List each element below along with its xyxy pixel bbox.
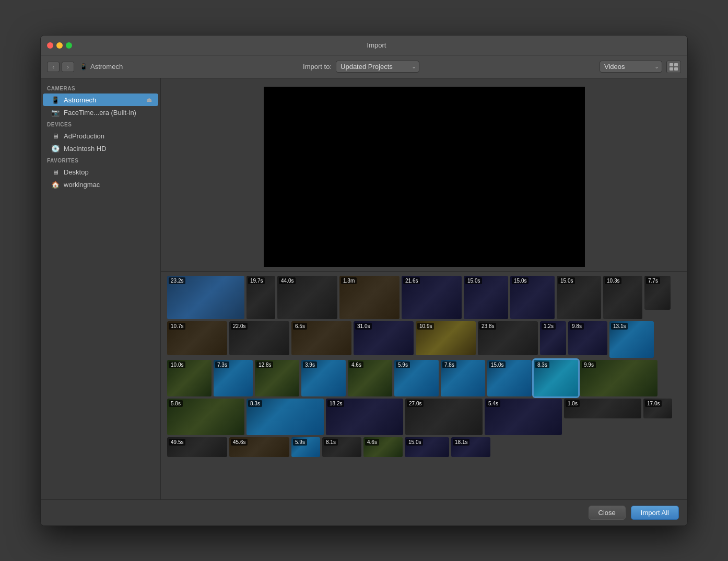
thumbnail-item[interactable]: 4.6s (348, 360, 392, 396)
thumbnail-item[interactable]: 9.8s (568, 321, 607, 355)
camera-icon: 📷 (51, 108, 60, 116)
sidebar-item-macintoshhd[interactable]: 💽 Macintosh HD (43, 142, 158, 155)
drive-icon: 🖥 (51, 132, 60, 140)
sidebar-item-label: Desktop (64, 168, 89, 176)
thumbnail-item[interactable]: 21.6s (402, 276, 462, 319)
thumbnail-item[interactable]: 10.7s (167, 321, 227, 355)
thumbnail-item[interactable]: 7.3s (214, 360, 253, 396)
thumbnail-duration: 7.8s (442, 361, 456, 368)
thumbnail-item[interactable]: 49.5s (167, 437, 227, 457)
thumbnail-duration: 49.5s (169, 439, 185, 446)
sidebar-item-facetime[interactable]: 📷 FaceTime...era (Built-in) (43, 106, 158, 119)
close-button[interactable]: Close (589, 506, 626, 520)
thumbnail-item[interactable]: 31.0s (354, 321, 414, 355)
minimize-button[interactable] (56, 42, 63, 49)
thumbnail-duration: 15.0s (489, 361, 506, 368)
thumbnail-item[interactable]: 8.3s (246, 399, 324, 435)
thumbnail-duration: 9.8s (570, 323, 584, 330)
thumbnail-duration: 15.0s (558, 277, 575, 284)
thumbnail-duration: 18.1s (453, 439, 469, 446)
svg-rect-0 (670, 63, 673, 66)
thumbnail-item[interactable]: 10.3s (603, 276, 642, 319)
grid-view-button[interactable] (666, 61, 681, 73)
thumbnail-item[interactable]: 8.1s (322, 437, 361, 457)
sidebar-item-label: AdProduction (64, 132, 104, 140)
thumbnail-item[interactable]: 13.1s (609, 321, 654, 358)
thumbnail-item[interactable]: 1.2s (540, 321, 566, 355)
thumbnail-item[interactable]: 7.7s (644, 276, 671, 310)
thumbnail-item[interactable]: 12.8s (255, 360, 299, 396)
thumbnail-item[interactable]: 9.9s (580, 360, 657, 396)
thumbnail-item[interactable]: 15.0s (464, 276, 508, 319)
svg-rect-2 (670, 67, 673, 71)
thumbnail-duration: 17.0s (645, 400, 662, 407)
thumbnail-item[interactable]: 6.5s (291, 321, 351, 355)
thumbnail-item[interactable]: 45.6s (229, 437, 289, 457)
thumbnails-area[interactable]: 23.2s19.7s44.0s1.3m21.6s15.0s15.0s15.0s1… (161, 271, 687, 499)
thumbnail-duration: 7.7s (646, 277, 660, 284)
thumbnail-item[interactable]: 10.9s (416, 321, 476, 355)
thumbnail-item[interactable]: 23.8s (478, 321, 538, 355)
thumbnail-item[interactable]: 19.7s (246, 276, 275, 319)
forward-button[interactable]: › (62, 62, 74, 72)
thumbnail-item[interactable]: 27.0s (405, 399, 483, 435)
phone-icon: 📱 (51, 96, 60, 104)
thumbnail-item[interactable]: 7.8s (441, 360, 485, 396)
thumbnail-item[interactable]: 1.3m (339, 276, 400, 319)
thumbnail-item[interactable]: 5.4s (485, 399, 562, 435)
titlebar: Import (41, 36, 687, 55)
thumbnail-item[interactable]: 18.2s (326, 399, 403, 435)
thumbnail-item[interactable]: 15.0s (487, 360, 532, 396)
thumbnail-item[interactable]: 5.8s (167, 399, 244, 435)
home-icon: 🏠 (51, 180, 60, 189)
sidebar-item-workingmac[interactable]: 🏠 workingmac (43, 178, 158, 191)
thumbnail-item[interactable]: 5.9s (291, 437, 320, 457)
thumbnail-duration: 1.3m (341, 277, 357, 284)
eject-icon[interactable]: ⏏ (146, 96, 152, 103)
sidebar-item-label: Astromech (64, 96, 96, 104)
sidebar-item-label: Macintosh HD (64, 145, 107, 153)
thumbnail-item[interactable]: 4.6s (363, 437, 403, 457)
thumbnail-item[interactable]: 17.0s (643, 399, 672, 418)
import-dest-wrapper[interactable]: Updated Projects (336, 61, 419, 73)
back-button[interactable]: ‹ (47, 62, 60, 72)
thumbnail-item[interactable]: 15.0s (557, 276, 601, 319)
filter-dropdown[interactable]: Videos (600, 61, 662, 73)
thumbnail-duration: 4.6s (349, 361, 363, 368)
sidebar-item-desktop[interactable]: 🖥 Desktop (43, 166, 158, 178)
thumbnail-item[interactable]: 10.0s (167, 360, 212, 396)
svg-rect-1 (674, 63, 678, 66)
thumbnail-item[interactable]: 8.3s (534, 360, 578, 396)
device-label: 📱 Astromech (79, 63, 123, 71)
thumbnail-item[interactable]: 44.0s (277, 276, 337, 319)
thumbnail-item[interactable]: 5.9s (394, 360, 439, 396)
devices-section-header: DEVICES (41, 119, 160, 130)
cameras-section-header: CAMERAS (41, 83, 160, 94)
svg-rect-3 (674, 67, 678, 71)
thumbnail-duration: 22.0s (231, 323, 248, 330)
thumbnail-item[interactable]: 18.1s (451, 437, 490, 457)
thumbnail-duration: 8.3s (248, 400, 262, 407)
close-button[interactable] (47, 42, 53, 49)
thumbnail-item[interactable]: 1.0s (564, 399, 641, 418)
thumbnail-item[interactable]: 15.0s (405, 437, 449, 457)
sidebar-item-astromech[interactable]: 📱 Astromech ⏏ (43, 94, 158, 106)
thumbnail-item[interactable]: 22.0s (229, 321, 289, 355)
filter-wrapper[interactable]: Videos (600, 61, 662, 73)
thumbnail-duration: 18.2s (327, 400, 344, 407)
maximize-button[interactable] (66, 42, 72, 49)
thumbnail-item[interactable]: 23.2s (167, 276, 244, 319)
thumbnail-duration: 9.9s (582, 361, 596, 368)
desktop-icon: 🖥 (51, 168, 60, 176)
thumbnail-duration: 23.2s (169, 277, 185, 284)
thumbnail-duration: 8.3s (535, 361, 549, 368)
import-dest-dropdown[interactable]: Updated Projects (336, 61, 419, 73)
thumbnail-duration: 5.9s (293, 439, 307, 446)
import-all-button[interactable]: Import All (631, 506, 679, 520)
thumbnail-duration: 7.3s (215, 361, 229, 368)
sidebar-item-adproduction[interactable]: 🖥 AdProduction (43, 130, 158, 142)
thumbnail-item[interactable]: 15.0s (510, 276, 555, 319)
hd-icon: 💽 (51, 144, 60, 153)
content-area: 23.2s19.7s44.0s1.3m21.6s15.0s15.0s15.0s1… (161, 78, 687, 499)
thumbnail-item[interactable]: 3.9s (301, 360, 346, 396)
